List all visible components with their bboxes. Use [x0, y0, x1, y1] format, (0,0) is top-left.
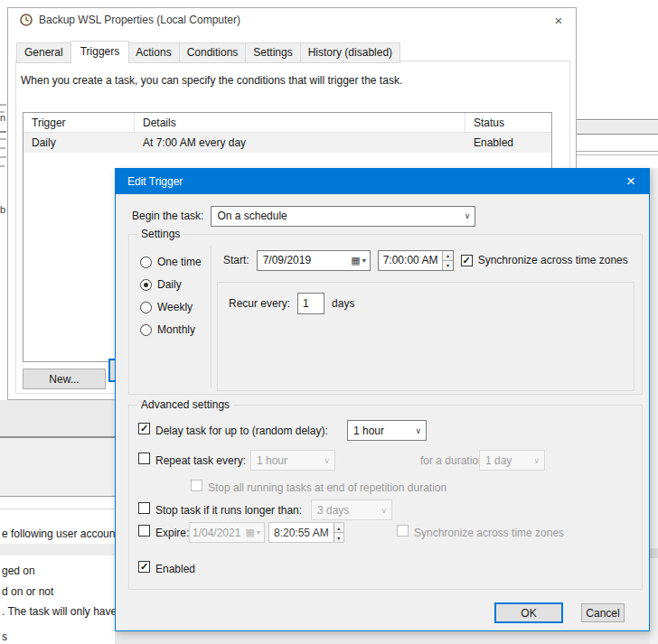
dialog-titlebar[interactable]: Edit Trigger: [116, 169, 649, 194]
properties-titlebar[interactable]: Backup WSL Properties (Local Computer): [8, 8, 576, 32]
task-scheduler-clock-icon: [20, 14, 33, 26]
enabled-checkbox[interactable]: ✓: [138, 561, 150, 573]
stop-all-tasks-checkbox[interactable]: [191, 480, 202, 491]
bg-window-strip: [0, 400, 115, 436]
settings-group: Settings One time Daily Weekly Monthly S…: [128, 234, 643, 395]
enabled-label: Enabled: [155, 563, 195, 575]
column-header-trigger[interactable]: Trigger: [24, 113, 135, 133]
column-header-details[interactable]: Details: [135, 113, 465, 133]
bg-fragment-line: [0, 156, 6, 158]
tab-general[interactable]: General: [16, 42, 71, 63]
chevron-down-icon: ∨: [324, 456, 330, 465]
expire-date-picker[interactable]: 1/04/2021 ▦ ▾: [189, 522, 265, 543]
chevron-down-icon: ∨: [415, 426, 421, 435]
bg-window-strip: [0, 438, 115, 496]
spinner-down-icon: ▾: [443, 261, 452, 270]
tab-strip: General Triggers Actions Conditions Sett…: [16, 42, 400, 63]
new-button[interactable]: New...: [23, 369, 106, 389]
stop-task-duration-select[interactable]: 3 days ∨: [311, 499, 392, 520]
start-label: Start:: [223, 254, 249, 266]
bg-fragment-band: [650, 548, 658, 558]
expire-sync-checkbox[interactable]: [397, 525, 409, 537]
delay-duration-select[interactable]: 1 hour ∨: [347, 420, 427, 441]
tab-settings[interactable]: Settings: [246, 42, 300, 63]
bg-fragment-line: [576, 119, 658, 120]
ok-button[interactable]: OK: [494, 602, 563, 623]
close-icon[interactable]: ×: [545, 8, 572, 32]
bg-fragment-line: [0, 165, 5, 167]
start-date-picker[interactable]: 7/09/2019 ▦ ▾: [257, 250, 371, 271]
radio-monthly[interactable]: Monthly: [140, 322, 195, 337]
table-row[interactable]: Daily At 7:00 AM every day Enabled: [24, 133, 551, 153]
table-header-row: Trigger Details Status: [24, 113, 551, 133]
sync-timezones-checkbox[interactable]: ✓ Synchronize across time zones: [461, 254, 628, 266]
start-row: Start: 7/09/2019 ▦ ▾ 7:00:00 AM ▴ ▾ ✓ Sy…: [223, 249, 628, 271]
bg-fragment-line: [576, 134, 658, 135]
bg-fragment-line: [0, 509, 115, 509]
tab-actions[interactable]: Actions: [128, 42, 179, 63]
recur-unit-label: days: [332, 297, 354, 310]
repeat-task-checkbox[interactable]: [138, 453, 150, 464]
delay-task-checkbox[interactable]: ✓: [138, 423, 150, 434]
expire-time-spinner[interactable]: 8:20:55 AM ▴ ▾: [268, 522, 344, 543]
checkbox-checked-icon: ✓: [461, 255, 473, 266]
bg-window-strip: [115, 631, 650, 644]
chevron-down-icon: ▾: [362, 257, 366, 265]
bg-clipped-text: d on or not: [2, 585, 116, 598]
calendar-icon: ▦: [351, 255, 360, 266]
bg-clipped-text: . The task will only have: [2, 605, 116, 618]
radio-weekly[interactable]: Weekly: [140, 300, 193, 314]
bg-fragment-line: [576, 154, 658, 155]
stop-task-duration-value: 3 days: [317, 504, 349, 517]
recur-label: Recur every:: [229, 297, 290, 310]
radio-selected-icon: [140, 279, 152, 291]
daily-pane: Recur every: 1 days: [217, 282, 634, 391]
expire-date-value: 1/04/2021: [190, 527, 243, 539]
close-icon[interactable]: ×: [613, 169, 649, 194]
cancel-button[interactable]: Cancel: [581, 603, 625, 622]
radio-label: Monthly: [157, 323, 195, 336]
column-header-status[interactable]: Status: [465, 113, 551, 133]
radio-daily[interactable]: Daily: [140, 277, 182, 292]
bg-fragment-line: [576, 151, 658, 152]
start-time-spinner[interactable]: 7:00:00 AM ▴ ▾: [378, 250, 454, 271]
begin-task-value: On a schedule: [217, 210, 287, 222]
radio-icon: [140, 302, 152, 313]
stop-task-checkbox[interactable]: [138, 502, 150, 514]
repeat-interval-select[interactable]: 1 hour ∨: [250, 450, 335, 471]
stop-task-label: Stop task if it runs longer than:: [155, 504, 302, 517]
chevron-down-icon: ∨: [533, 456, 540, 465]
stop-all-tasks-label: Stop all running tasks at end of repetit…: [208, 481, 446, 494]
recur-every-input[interactable]: 1: [297, 293, 324, 314]
expire-checkbox[interactable]: [138, 525, 150, 537]
tab-history[interactable]: History (disabled): [301, 42, 400, 63]
chevron-down-icon: ▾: [257, 528, 260, 537]
triggers-description: When you create a task, you can specify …: [21, 74, 402, 87]
properties-window-title: Backup WSL Properties (Local Computer): [39, 14, 240, 26]
radio-label: Daily: [157, 278, 182, 291]
spinner-buttons[interactable]: ▴ ▾: [442, 251, 452, 270]
calendar-icon: ▦: [246, 527, 255, 538]
repeat-interval-value: 1 hour: [257, 454, 287, 467]
dialog-title: Edit Trigger: [127, 175, 183, 188]
tab-conditions[interactable]: Conditions: [180, 42, 247, 63]
bg-fragment-band: [576, 121, 658, 134]
begin-task-row: Begin the task: On a schedule ∨: [132, 205, 475, 227]
bg-window-strip: [650, 168, 658, 644]
bg-fragment-line: [0, 147, 5, 149]
bg-fragment-band: [0, 544, 115, 555]
tab-triggers[interactable]: Triggers: [70, 41, 130, 63]
begin-task-label: Begin the task:: [132, 210, 203, 222]
screen: n b e following user accoun ged on d on …: [0, 0, 658, 644]
advanced-group-label: Advanced settings: [137, 398, 233, 411]
spinner-up-icon: ▴: [334, 523, 343, 533]
duration-select[interactable]: 1 day ∨: [479, 450, 545, 471]
trigger-cell: Daily: [24, 133, 135, 153]
bg-clipped-text: e following user accoun: [2, 527, 116, 540]
spinner-buttons[interactable]: ▴ ▾: [334, 523, 343, 542]
begin-task-select[interactable]: On a schedule ∨: [211, 206, 475, 227]
radio-label: One time: [157, 256, 202, 268]
radio-one-time[interactable]: One time: [140, 255, 202, 269]
settings-group-label: Settings: [137, 228, 183, 240]
expire-label: Expire:: [155, 527, 189, 539]
